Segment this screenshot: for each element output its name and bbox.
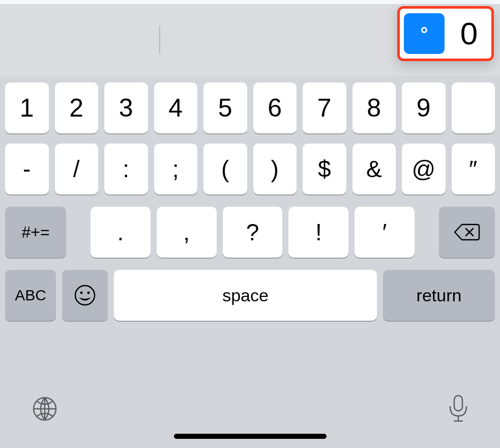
key-preview-popup[interactable]: 0 (397, 6, 494, 61)
text-cursor (159, 25, 160, 54)
key-ampersand[interactable]: & (352, 144, 396, 194)
key-label: #+= (21, 223, 49, 242)
accent-variant-selected[interactable] (404, 13, 445, 54)
key-colon[interactable]: : (104, 144, 148, 194)
key-label: : (123, 155, 129, 183)
key-label: / (73, 155, 80, 183)
key-space[interactable]: space (114, 270, 377, 321)
accent-variant-zero[interactable]: 0 (451, 18, 487, 49)
key-label: - (23, 155, 31, 183)
microphone-icon (447, 394, 469, 424)
key-exclaim[interactable]: ! (288, 207, 348, 258)
backspace-icon (454, 222, 480, 242)
svg-point-1 (80, 292, 83, 294)
key-label: space (222, 286, 269, 305)
key-label: 9 (417, 93, 431, 123)
key-9[interactable]: 9 (402, 82, 446, 133)
keyboard-row-2: - / : ; ( ) $ & @ ″ (0, 144, 500, 194)
svg-rect-4 (454, 396, 462, 411)
key-4[interactable]: 4 (154, 82, 198, 133)
svg-point-0 (75, 286, 95, 305)
key-label: ABC (15, 287, 46, 304)
key-label: 4 (168, 93, 183, 123)
key-label: 6 (268, 93, 282, 123)
key-label: $ (318, 155, 331, 183)
key-label: 2 (69, 93, 83, 123)
keyboard: 1 2 3 4 5 6 7 8 9 - / : ; ( ) $ & @ ″ #+… (0, 76, 500, 448)
key-backspace[interactable] (439, 207, 495, 258)
emoji-icon (73, 284, 97, 307)
key-label: , (183, 218, 190, 246)
key-label: ; (172, 155, 179, 183)
key-close-paren[interactable]: ) (253, 144, 297, 194)
key-open-paren[interactable]: ( (203, 144, 247, 194)
key-at[interactable]: @ (402, 144, 446, 194)
key-8[interactable]: 8 (352, 82, 396, 133)
key-3[interactable]: 3 (104, 82, 148, 133)
key-label: 8 (367, 93, 381, 123)
key-double-prime[interactable]: ″ (452, 144, 495, 194)
key-semicolon[interactable]: ; (154, 144, 198, 194)
key-slash[interactable]: / (55, 144, 99, 194)
key-label: 3 (119, 93, 133, 123)
key-label: ″ (469, 155, 477, 183)
key-abc-modifier[interactable]: ABC (5, 270, 56, 321)
key-2[interactable]: 2 (55, 82, 99, 133)
input-top-edge (0, 0, 500, 4)
key-period[interactable]: . (91, 207, 151, 258)
keyboard-row-3: #+= . , ? ! ′ (0, 207, 500, 258)
key-label: ( (221, 155, 229, 183)
key-6[interactable]: 6 (253, 82, 297, 133)
svg-point-2 (87, 292, 90, 294)
home-indicator[interactable] (174, 434, 327, 439)
key-label: . (117, 218, 124, 246)
key-dash[interactable]: - (5, 144, 49, 194)
key-5[interactable]: 5 (203, 82, 247, 133)
keyboard-row-4: ABC space return (0, 270, 500, 321)
key-label: @ (411, 155, 435, 183)
degree-accent-icon (421, 27, 427, 33)
key-dollar[interactable]: $ (303, 144, 346, 194)
keyboard-row-1: 1 2 3 4 5 6 7 8 9 (0, 82, 500, 133)
key-question[interactable]: ? (223, 207, 283, 258)
globe-button[interactable] (31, 395, 59, 425)
key-label: ′ (383, 218, 387, 246)
key-label: return (417, 286, 462, 305)
key-emoji[interactable] (62, 270, 108, 321)
key-0-held[interactable] (452, 82, 495, 133)
key-return[interactable]: return (383, 270, 495, 321)
key-label: ? (246, 218, 259, 246)
dictation-button[interactable] (447, 394, 469, 426)
key-label: ! (315, 218, 322, 246)
key-label: ) (271, 155, 279, 183)
globe-icon (31, 395, 59, 423)
key-1[interactable]: 1 (5, 82, 49, 133)
key-7[interactable]: 7 (303, 82, 346, 133)
key-label: 7 (317, 93, 332, 123)
key-label: & (366, 155, 382, 183)
key-label: 1 (20, 93, 34, 123)
key-label: 5 (218, 93, 232, 123)
key-comma[interactable]: , (157, 207, 217, 258)
key-symbols-modifier[interactable]: #+= (5, 207, 66, 258)
key-prime[interactable]: ′ (355, 207, 415, 258)
